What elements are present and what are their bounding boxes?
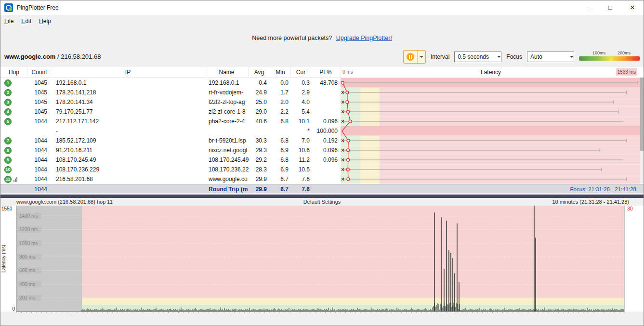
table-row[interactable]: 101044108.170.236.229108.170.236.2228.36… — [0, 165, 644, 174]
column-header-avg[interactable]: Avg — [249, 67, 270, 78]
summary-row[interactable]: 1044 Round Trip (m 29.9 6.7 7.6 Focus: 2… — [0, 184, 644, 194]
latency-bar-cell — [341, 78, 641, 88]
latency-bar-cell — [341, 126, 641, 136]
latency-bar-cell — [341, 88, 641, 97]
pingplotter-window: PingPlotter Free – □ ✕ FileEditHelp Need… — [0, 0, 644, 326]
table-body: 11045192.168.0.1192.168.0.10.40.00.348.7… — [0, 78, 644, 184]
latency-bar-cell — [341, 107, 641, 117]
ip-cell: 192.168.0.1 — [51, 78, 205, 88]
latency-column-header: 0 msLatency1533 ms — [341, 67, 641, 78]
table-row[interactable]: 111044216.58.201.68www.google.co29.96.77… — [0, 174, 644, 184]
cur-cell: 4.0 — [291, 97, 311, 107]
avg-cell: 29.3 — [249, 145, 270, 155]
hop-indicator: 5 — [4, 118, 12, 125]
hop-indicator: 2 — [4, 89, 12, 96]
column-header-count[interactable]: Count — [28, 67, 51, 78]
graph-timespan-label: 10 minutes (21:31:28 - 21:41:28) — [552, 198, 629, 206]
vertical-scrollbar-thumb[interactable] — [640, 78, 644, 151]
time-graph-panel[interactable]: 1400 ms1200 ms1000 ms800 ms600 ms400 ms2… — [0, 206, 644, 326]
latency-column-title: Latency — [341, 67, 641, 78]
splitter-handle[interactable] — [0, 193, 644, 198]
target-bar: www.google.com / 216.58.201.68 Interval … — [0, 46, 644, 67]
avg-cell — [249, 126, 270, 136]
interval-select[interactable]: 0.5 seconds — [454, 52, 501, 62]
target-ip: / 216.58.201.68 — [55, 53, 101, 60]
chevron-down-icon — [420, 56, 423, 60]
avg-cell: 28.3 — [249, 165, 270, 174]
latency-bar-cell — [341, 174, 641, 184]
name-cell: br-t-5920t1.isp — [205, 136, 249, 145]
svg-text:200 ms: 200 ms — [19, 295, 35, 300]
maximize-button[interactable]: □ — [599, 0, 621, 15]
name-cell: pha2-core-2-4 — [205, 117, 249, 126]
avg-cell: 29.0 — [249, 107, 270, 117]
table-row[interactable]: 31045178.20.141.34l2zl2-zl-top-ag25.02.0… — [0, 97, 644, 107]
latency-scale-min-label: 0 ms — [342, 67, 353, 78]
hop-indicator: 4 — [4, 108, 12, 116]
upgrade-link[interactable]: Upgrade PingPlotter! — [336, 35, 392, 41]
table-row[interactable]: 21045178.20.141.218rt-fr-vodojem-24.91.7… — [0, 88, 644, 97]
count-cell: 1045 — [28, 97, 51, 107]
min-cell: 6.8 — [270, 155, 291, 165]
column-header-hop[interactable]: Hop — [0, 67, 28, 78]
focus-graph-icon[interactable] — [13, 177, 17, 182]
pause-button[interactable] — [403, 50, 426, 64]
column-header-min[interactable]: Min — [270, 67, 291, 78]
ip-cell: - — [51, 126, 205, 136]
focus-select[interactable]: Auto — [527, 52, 574, 62]
column-header-name[interactable]: Name — [205, 67, 249, 78]
latency-scale-max-label: 1533 ms — [616, 68, 637, 76]
menu-help[interactable]: Help — [35, 15, 55, 27]
summary-pl-cell — [311, 184, 341, 194]
count-cell: 1044 — [28, 165, 51, 174]
focus-range-text: Focus: 21:31:28 - 21:41:28 — [341, 184, 641, 194]
table-row[interactable]: 51044217.112.171.142pha2-core-2-440.66.8… — [0, 117, 644, 126]
cur-cell: 10.6 — [291, 145, 311, 155]
menu-edit[interactable]: Edit — [17, 15, 35, 27]
column-header-ip[interactable]: IP — [51, 67, 205, 78]
name-cell: zl2-zl-core-1-8 — [205, 107, 249, 117]
cur-cell: 7.0 — [291, 136, 311, 145]
column-header-pl[interactable]: PL% — [311, 67, 341, 78]
svg-text:1000 ms: 1000 ms — [19, 241, 38, 246]
latency-time-graph[interactable]: 1400 ms1200 ms1000 ms800 ms600 ms400 ms2… — [0, 206, 644, 326]
table-row[interactable]: 4104579.170.251.77zl2-zl-core-1-829.02.2… — [0, 107, 644, 117]
count-cell: 1045 — [28, 88, 51, 97]
cur-cell: 10.5 — [291, 165, 311, 174]
table-row[interactable]: -*100.000 — [0, 126, 644, 136]
svg-text:1550: 1550 — [1, 206, 13, 211]
interval-value: 0.5 seconds — [455, 53, 497, 60]
hop-indicator: 10 — [4, 166, 12, 173]
vertical-scrollbar[interactable] — [640, 78, 644, 183]
svg-text:30: 30 — [627, 206, 633, 211]
graph-header: www.google.com (216.58.201.68) hop 11 De… — [0, 198, 644, 206]
cur-cell: 7.6 — [291, 174, 311, 184]
titlebar: PingPlotter Free – □ ✕ — [0, 0, 644, 15]
ip-cell: 185.52.172.109 — [51, 136, 205, 145]
hop-indicator: 3 — [4, 99, 12, 106]
avg-cell: 30.3 — [249, 136, 270, 145]
minimize-button[interactable]: – — [577, 0, 599, 15]
count-cell: 1045 — [28, 78, 51, 88]
avg-cell: 29.9 — [249, 174, 270, 184]
table-row[interactable]: 11045192.168.0.1192.168.0.10.40.00.348.7… — [0, 78, 644, 88]
cur-cell: * — [291, 126, 311, 136]
column-header-cur[interactable]: Cur — [291, 67, 311, 78]
table-row[interactable]: 8104491.210.16.211nixcz.net.googl29.36.9… — [0, 145, 644, 155]
ip-cell: 108.170.236.229 — [51, 165, 205, 174]
hop-indicator: 8 — [4, 147, 12, 154]
count-cell: 1044 — [28, 155, 51, 165]
min-cell: 2.2 — [270, 107, 291, 117]
pause-icon — [407, 53, 414, 61]
count-cell: 1045 — [28, 107, 51, 117]
hop-indicator: 7 — [4, 137, 12, 144]
table-row[interactable]: 91044108.170.245.49108.170.245.4929.26.8… — [0, 155, 644, 165]
pause-dropdown-arrow[interactable] — [417, 51, 425, 63]
latency-gradient-bar — [579, 56, 640, 61]
table-row[interactable]: 71044185.52.172.109br-t-5920t1.isp30.36.… — [0, 136, 644, 145]
ip-cell: 217.112.171.142 — [51, 117, 205, 126]
menu-file[interactable]: File — [0, 15, 17, 27]
close-button[interactable]: ✕ — [621, 0, 644, 15]
hop-cell: 10 — [0, 165, 28, 174]
name-cell: rt-fr-vodojem- — [205, 88, 249, 97]
